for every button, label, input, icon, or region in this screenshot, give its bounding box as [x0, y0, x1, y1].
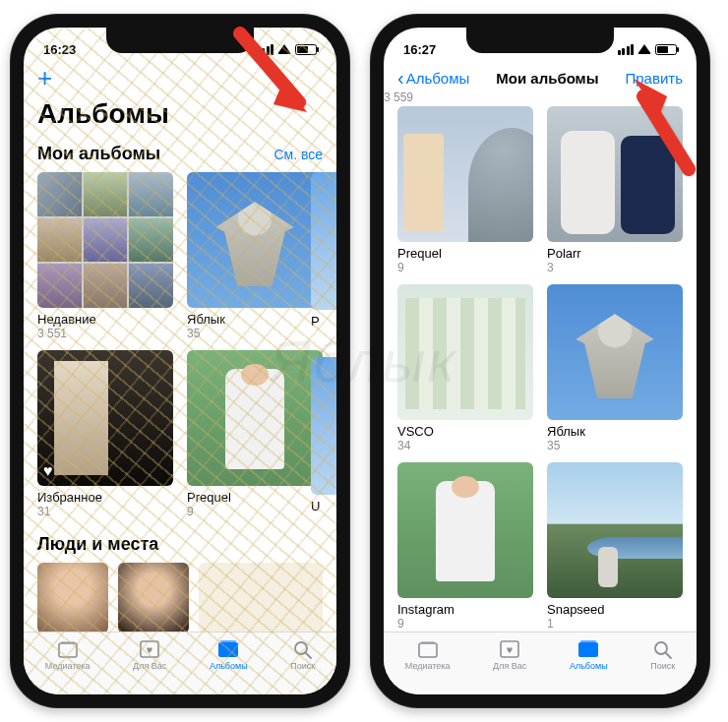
- svg-rect-8: [421, 641, 435, 643]
- albums-icon: [576, 638, 600, 660]
- search-icon: [651, 638, 675, 660]
- album-count: 9: [397, 261, 533, 274]
- back-button[interactable]: ‹ Альбомы: [397, 70, 469, 87]
- tab-albums[interactable]: Альбомы: [570, 638, 608, 671]
- heart-square-icon: [498, 638, 521, 660]
- annotation-arrow-see-all: [228, 26, 317, 138]
- battery-icon: [655, 44, 677, 55]
- album-name: Prequel: [397, 246, 533, 261]
- svg-line-13: [666, 653, 671, 658]
- album-count: 3: [547, 261, 683, 274]
- status-time: 16:27: [403, 42, 436, 57]
- album-name: Яблык: [547, 424, 683, 439]
- wifi-icon: [637, 44, 651, 54]
- album-item[interactable]: Snapseed 1: [547, 462, 683, 631]
- svg-rect-7: [419, 643, 437, 657]
- svg-rect-11: [580, 640, 596, 642]
- tab-library[interactable]: Медиатека: [405, 638, 451, 671]
- scroll-remnant-count: 3 559: [384, 92, 413, 104]
- tab-bar: Медиатека Для Вас Альбомы Поиск: [384, 632, 697, 694]
- signal-icon: [618, 44, 635, 55]
- album-item[interactable]: VSCO 34: [397, 284, 533, 452]
- album-count: 34: [397, 439, 533, 452]
- svg-rect-10: [578, 642, 598, 657]
- album-count: 9: [397, 617, 533, 631]
- album-item[interactable]: Яблык 35: [547, 284, 683, 452]
- svg-point-12: [655, 642, 667, 654]
- nav-title: Мои альбомы: [496, 70, 598, 87]
- album-name: Instagram: [397, 602, 533, 617]
- album-item[interactable]: Instagram 9: [397, 462, 533, 631]
- notch: [466, 28, 614, 53]
- album-item[interactable]: Prequel 9: [397, 106, 533, 274]
- library-icon: [416, 638, 440, 660]
- places-map-tile[interactable]: [199, 563, 323, 632]
- album-name: Snapseed: [547, 602, 683, 617]
- annotation-arrow-edit: [620, 71, 708, 183]
- tab-for-you[interactable]: Для Вас: [493, 638, 526, 671]
- album-count: 1: [547, 617, 683, 631]
- album-count: 35: [547, 439, 683, 452]
- album-name: Polarr: [547, 246, 683, 261]
- album-name: VSCO: [397, 424, 533, 439]
- tab-search[interactable]: Поиск: [650, 638, 675, 671]
